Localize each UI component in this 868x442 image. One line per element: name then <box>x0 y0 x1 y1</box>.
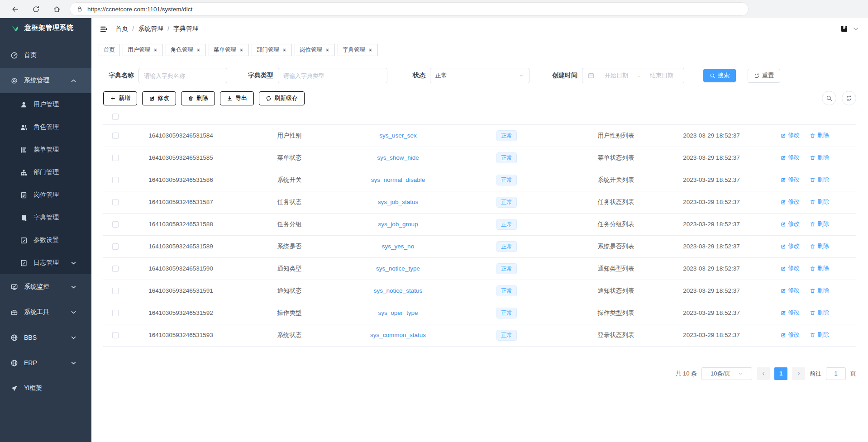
tab[interactable]: 角色管理 <box>166 44 206 56</box>
sidebar-item[interactable]: 系统工具 <box>0 299 91 325</box>
reset-button[interactable]: 重置 <box>748 69 780 83</box>
dict-type-link[interactable]: sys_normal_disable <box>371 176 425 183</box>
tab[interactable]: 岗位管理 <box>295 44 335 56</box>
tab[interactable]: 用户管理 <box>123 44 163 56</box>
prev-page-button[interactable] <box>757 367 770 380</box>
delete-row-link[interactable]: 删除 <box>810 198 829 206</box>
delete-row-link[interactable]: 删除 <box>810 176 829 184</box>
dict-type-link[interactable]: sys_show_hide <box>377 154 419 161</box>
dict-type-link[interactable]: sys_oper_type <box>378 309 418 316</box>
edit-row-link[interactable]: 修改 <box>780 286 800 295</box>
dict-name-input[interactable] <box>144 72 222 79</box>
delete-row-link[interactable]: 删除 <box>810 331 829 339</box>
delete-row-link[interactable]: 删除 <box>810 131 829 139</box>
close-icon[interactable] <box>282 48 287 52</box>
delete-row-link[interactable]: 删除 <box>810 153 829 162</box>
refresh-table-button[interactable] <box>842 91 856 105</box>
breadcrumb-item[interactable]: 首页 <box>115 25 128 33</box>
dict-type-link[interactable]: sys_job_status <box>378 199 418 205</box>
sidebar-item[interactable]: 系统管理 <box>0 68 91 93</box>
dict-type-link[interactable]: sys_yes_no <box>382 243 414 250</box>
sidebar-subitem[interactable]: 用户管理 <box>0 93 91 116</box>
browser-nav-button[interactable] <box>46 2 67 16</box>
toolbar-button[interactable]: 导出 <box>220 91 254 105</box>
edit-row-link[interactable]: 修改 <box>780 220 800 228</box>
delete-row-link[interactable]: 删除 <box>810 220 829 228</box>
current-page-button[interactable]: 1 <box>774 367 787 380</box>
edit-row-link[interactable]: 修改 <box>780 309 800 317</box>
collapse-sidebar-button[interactable] <box>100 25 108 33</box>
delete-row-link[interactable]: 删除 <box>810 242 829 250</box>
close-icon[interactable] <box>196 48 201 52</box>
dict-type-input[interactable] <box>283 72 382 79</box>
browser-nav-button[interactable] <box>25 2 46 16</box>
show-search-button[interactable] <box>822 91 836 105</box>
sidebar-subitem[interactable]: 菜单管理 <box>0 138 91 161</box>
date-range-picker[interactable]: 开始日期 - 结束日期 <box>582 68 684 83</box>
row-checkbox[interactable] <box>112 266 119 272</box>
toolbar-button[interactable]: 删除 <box>181 91 215 105</box>
row-checkbox[interactable] <box>112 199 119 205</box>
next-page-button[interactable] <box>792 367 805 380</box>
address-bar[interactable]: https://ccnetcore.com:1101/system/dict <box>70 2 749 16</box>
dict-type-link[interactable]: sys_common_status <box>370 332 426 338</box>
edit-row-link[interactable]: 修改 <box>780 242 800 250</box>
close-icon[interactable] <box>325 48 330 52</box>
sidebar-subitem[interactable]: 岗位管理 <box>0 184 91 206</box>
sidebar-item[interactable]: 系统监控 <box>0 274 91 299</box>
sidebar-item[interactable]: Yi框架 <box>0 375 91 401</box>
sidebar-item[interactable]: 首页 <box>0 43 91 68</box>
tab[interactable]: 字典管理 <box>338 44 378 56</box>
delete-row-link[interactable]: 删除 <box>810 309 829 317</box>
search-button[interactable]: 搜索 <box>703 69 736 82</box>
dict-type-link[interactable]: sys_notice_status <box>374 287 422 294</box>
tab[interactable]: 部门管理 <box>252 44 292 56</box>
sidebar-subitem[interactable]: 日志管理 <box>0 252 91 274</box>
edit-row-link[interactable]: 修改 <box>780 198 800 206</box>
goto-page-input[interactable] <box>826 367 846 380</box>
chevron-down-icon[interactable] <box>852 25 860 33</box>
sidebar-subitem[interactable]: 角色管理 <box>0 116 91 138</box>
status-select[interactable]: 正常 <box>430 68 529 83</box>
close-icon[interactable] <box>239 48 244 52</box>
row-checkbox[interactable] <box>112 288 119 294</box>
edit-row-link[interactable]: 修改 <box>780 331 800 339</box>
row-checkbox[interactable] <box>112 332 119 338</box>
breadcrumb-item[interactable]: / 系统管理 <box>128 25 163 33</box>
sidebar-subitem[interactable]: 部门管理 <box>0 161 91 184</box>
edit-row-link[interactable]: 修改 <box>780 176 800 184</box>
url-text[interactable]: https://ccnetcore.com:1101/system/dict <box>87 6 688 13</box>
row-checkbox[interactable] <box>112 221 119 228</box>
end-date-placeholder[interactable]: 结束日期 <box>644 71 679 80</box>
toolbar-button[interactable]: 刷新缓存 <box>259 91 305 105</box>
user-avatar-logo[interactable] <box>840 25 848 33</box>
edit-row-link[interactable]: 修改 <box>780 153 800 162</box>
sidebar-subitem[interactable]: 字典管理 <box>0 206 91 229</box>
tab[interactable]: 菜单管理 <box>209 44 249 56</box>
start-date-placeholder[interactable]: 开始日期 <box>599 71 634 80</box>
delete-row-link[interactable]: 删除 <box>810 264 829 272</box>
row-checkbox[interactable] <box>112 155 119 161</box>
page-size-select[interactable]: 10条/页 <box>701 367 752 380</box>
row-checkbox[interactable] <box>112 177 119 183</box>
breadcrumb-item[interactable]: / 字典管理 <box>163 25 199 33</box>
select-all-checkbox[interactable] <box>112 114 119 120</box>
row-checkbox[interactable] <box>112 133 119 139</box>
tab[interactable]: 首页 <box>99 44 120 56</box>
browser-nav-button[interactable] <box>5 2 25 16</box>
edit-row-link[interactable]: 修改 <box>780 264 800 272</box>
toolbar-button[interactable]: 新增 <box>103 91 137 105</box>
dict-type-link[interactable]: sys_job_group <box>378 221 418 228</box>
delete-row-link[interactable]: 删除 <box>810 286 829 295</box>
close-icon[interactable] <box>368 48 373 52</box>
toolbar-button[interactable]: 修改 <box>142 91 176 105</box>
sidebar-item[interactable]: BBS <box>0 325 91 350</box>
close-icon[interactable] <box>153 48 158 52</box>
row-checkbox[interactable] <box>112 310 119 316</box>
sidebar-subitem[interactable]: 参数设置 <box>0 229 91 252</box>
dict-type-link[interactable]: sys_notice_type <box>376 265 420 272</box>
edit-row-link[interactable]: 修改 <box>780 131 800 139</box>
sidebar-item[interactable]: ERP <box>0 350 91 375</box>
row-checkbox[interactable] <box>112 243 119 250</box>
dict-type-link[interactable]: sys_user_sex <box>379 132 417 139</box>
